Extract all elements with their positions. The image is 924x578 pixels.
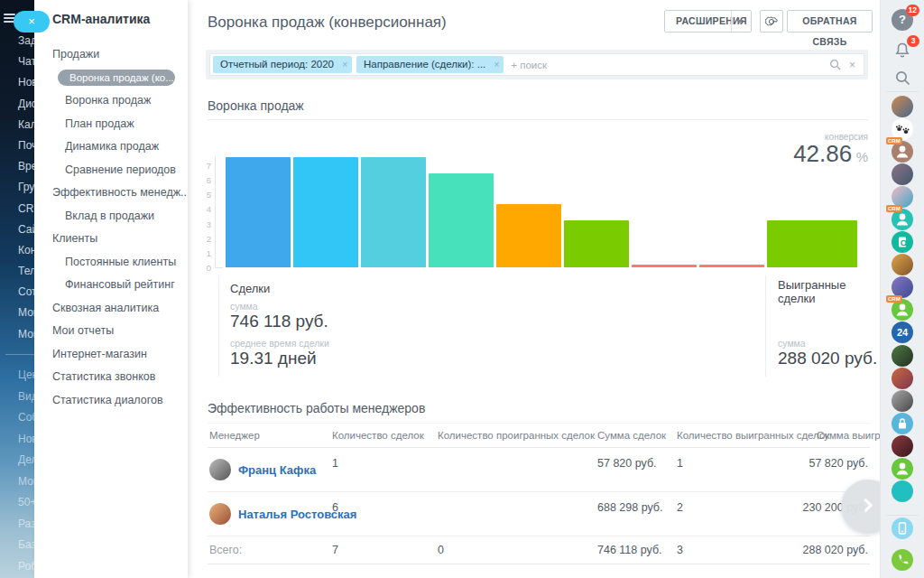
avatar-person-green-2[interactable] [892, 458, 913, 480]
left-rail-item[interactable]: Дела [18, 450, 34, 471]
funnel-bar[interactable] [632, 265, 697, 267]
left-rail-item[interactable]: Робо [18, 556, 34, 578]
avatar-teal-partial[interactable] [892, 480, 913, 502]
table-row: Франц Кафка157 820 руб.157 820 руб. [208, 448, 870, 492]
funnel-bar[interactable] [361, 157, 426, 267]
left-rail-item[interactable]: Сотр [18, 282, 34, 303]
feedback-button[interactable]: ОБРАТНАЯ СВЯЗЬ [787, 10, 873, 33]
funnel-bar[interactable] [699, 265, 764, 267]
left-rail-item[interactable]: Собр [18, 407, 34, 429]
left-rail-item[interactable]: Врем [18, 156, 34, 177]
left-rail-item[interactable]: Чат [18, 51, 34, 72]
left-rail-item[interactable]: CRM [18, 199, 34, 219]
avatar-photo-4[interactable] [892, 254, 913, 275]
help-button[interactable]: ?12 [892, 9, 913, 31]
bitrix24-logo[interactable]: 24 [892, 322, 913, 343]
left-rail-item[interactable]: Мой [18, 324, 34, 345]
left-rail-item[interactable]: Зада [18, 31, 34, 51]
close-icon[interactable]: × [494, 56, 499, 73]
funnel-bar[interactable] [226, 157, 291, 267]
avatar-photo-6[interactable] [892, 345, 913, 367]
left-rail-item[interactable]: Нов [18, 429, 34, 451]
sidebar-item[interactable]: Продажи [34, 43, 188, 67]
sidebar-item[interactable]: Постоянные клиенты [34, 251, 188, 275]
left-rail-item[interactable]: Конт [18, 240, 34, 261]
extensions-dropdown-button[interactable] [731, 11, 751, 32]
avatar-doc-search[interactable] [892, 231, 913, 253]
table-column-header[interactable]: Менеджер [209, 430, 260, 441]
avatar-photo-2[interactable] [892, 163, 913, 185]
extensions-button[interactable]: РАСШИРЕНИЯ [664, 10, 752, 33]
avatar-photo-1[interactable] [892, 96, 913, 117]
sidebar-item[interactable]: Сравнение периодов [34, 159, 188, 182]
left-rail-item[interactable]: Вид [18, 387, 34, 408]
chevron-right-icon [859, 499, 873, 513]
left-rail-item[interactable]: Диск [18, 94, 34, 115]
sidebar-item[interactable]: Вклад в продажи [34, 205, 188, 228]
app-window: ЗадаЧатНовДискКалеПочтВремГрупCRMСайтКон… [0, 0, 924, 578]
telephony-button[interactable] [892, 517, 913, 539]
close-panel-button[interactable]: × [14, 11, 50, 33]
stats-left-divider [218, 275, 219, 377]
left-rail-item[interactable]: 50+ [18, 492, 34, 514]
left-rail-item[interactable]: Мои [18, 303, 34, 323]
table-column-header[interactable]: Сумма выигранных сделок [817, 430, 880, 441]
table-column-header[interactable]: Количество сделок [332, 430, 424, 441]
sidebar-item[interactable]: Эффективность менедж... [34, 182, 188, 205]
left-rail-item[interactable]: Сайт [18, 219, 34, 240]
left-rail-item[interactable]: Теле [18, 261, 34, 282]
table-column-header[interactable]: Количество проигранных сделок [438, 430, 595, 441]
avatar-person-green[interactable]: CRM [892, 299, 913, 321]
chevron-down-icon [736, 20, 744, 23]
manager-link[interactable]: Франц Кафка [238, 463, 316, 477]
funnel-bar[interactable] [496, 204, 561, 267]
table-cell: 6 [332, 501, 338, 514]
sidebar-item[interactable]: Мои отчеты [34, 320, 188, 343]
conversion-unit: % [856, 149, 868, 164]
y-axis-line [215, 156, 216, 267]
sidebar-item[interactable]: План продаж [34, 113, 188, 136]
sidebar-item[interactable]: Сквозная аналитика [34, 297, 188, 321]
sidebar-item[interactable]: Воронка продаж [34, 89, 188, 113]
table-column-header[interactable]: Количество выигранных сделок [677, 430, 829, 441]
search-button[interactable] [892, 67, 913, 89]
left-rail-item[interactable]: Мои [18, 471, 34, 493]
funnel-bar[interactable] [429, 173, 494, 267]
avatar-photo-8[interactable] [892, 390, 913, 412]
left-rail-item[interactable]: Груп [18, 177, 34, 198]
left-rail-item[interactable]: Разр [18, 514, 34, 536]
sidebar-item[interactable]: Финансовый рейтинг [34, 274, 188, 297]
left-rail-item[interactable]: Почт [18, 135, 34, 156]
sidebar-item[interactable]: Статистика диалогов [34, 389, 188, 413]
left-rail-item[interactable]: Кале [18, 115, 34, 135]
search-icon[interactable] [829, 59, 841, 70]
clear-search-icon[interactable]: × [849, 60, 855, 70]
table-column-header[interactable]: Сумма сделок [597, 430, 666, 441]
funnel-bar[interactable] [767, 220, 857, 267]
left-rail-item[interactable]: Цент [18, 365, 34, 387]
avatar-lock[interactable] [892, 413, 913, 434]
avatar-photo-9[interactable] [892, 435, 913, 457]
settings-button[interactable] [760, 10, 783, 33]
funnel-bar[interactable] [564, 220, 629, 267]
sidebar-item[interactable]: Динамика продаж [34, 135, 188, 159]
avatar-person-teal[interactable]: CRM [892, 209, 913, 230]
manager-link[interactable]: Наталья Ростовская [238, 508, 356, 521]
left-rail-item[interactable]: База [18, 535, 34, 556]
call-button[interactable] [892, 549, 913, 571]
sidebar-item[interactable]: Воронка продаж (ко... [34, 67, 188, 90]
filter-chip-direction[interactable]: Направление (сделки): ... × [356, 56, 504, 73]
notifications-button[interactable]: 3 [892, 40, 913, 61]
sidebar-item[interactable]: Интернет-магазин [34, 343, 188, 367]
avatar-person-brown[interactable]: CRM [892, 141, 913, 163]
avatar-photo-7[interactable] [892, 368, 913, 389]
crm-analytics-sidebar: CRM-аналитика ПродажиВоронка продаж (ко.… [34, 0, 188, 578]
left-rail-item[interactable]: Нов [18, 72, 34, 93]
filter-chip-period[interactable]: Отчетный период: 2020 × [213, 56, 352, 73]
sidebar-item[interactable]: Клиенты [34, 228, 188, 251]
search-input[interactable]: Отчетный период: 2020 × Направление (сде… [209, 53, 864, 76]
close-icon[interactable]: × [342, 56, 347, 73]
right-rail-divider [887, 515, 918, 516]
sidebar-item[interactable]: Статистика звонков [34, 366, 188, 389]
funnel-bar[interactable] [293, 157, 358, 267]
